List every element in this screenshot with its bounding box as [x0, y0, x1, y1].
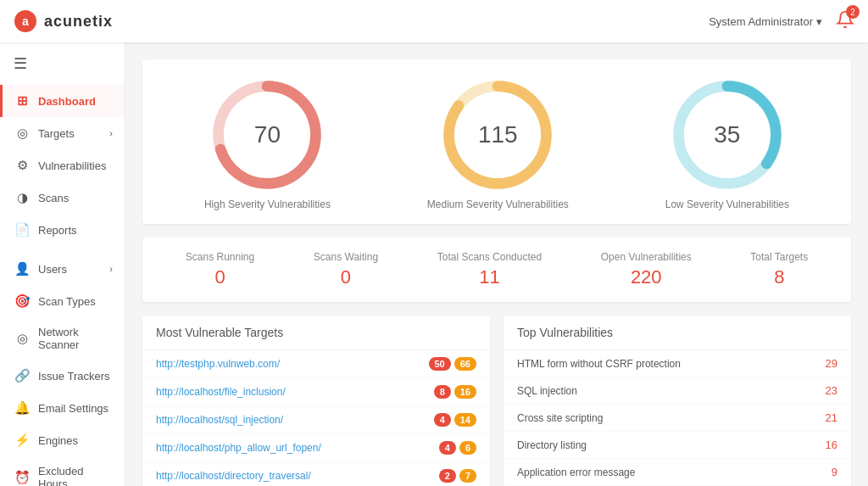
high-donut-value: 70 [254, 121, 281, 148]
sidebar-item-scan-types[interactable]: 🎯 Scan Types [0, 285, 125, 317]
dashboard-icon: ⊞ [14, 93, 30, 109]
high-badge: 4 [434, 413, 451, 427]
low-donut-value: 35 [714, 121, 740, 148]
high-chart-label: High Severity Vulnerabilities [204, 198, 331, 210]
admin-menu[interactable]: System Administrator ▾ [709, 15, 822, 28]
top-vuln-row-3[interactable]: Cross site scripting 21 [504, 405, 851, 432]
target-url: http://localhost/file_inclusion/ [156, 386, 434, 398]
sidebar-item-users[interactable]: 👤 Users › [0, 253, 125, 285]
top-vuln-row-2[interactable]: SQL injection 23 [504, 377, 851, 405]
low-donut: 35 [672, 80, 782, 190]
target-row-2[interactable]: http://localhost/file_inclusion/ 8 16 [142, 378, 490, 406]
target-url: http://localhost/php_allow_url_fopen/ [156, 442, 439, 454]
badge-group: 2 7 [439, 469, 476, 483]
sidebar-item-email-settings[interactable]: 🔔 Email Settings [0, 392, 125, 424]
top-vuln-row-5[interactable]: Application error message 9 [504, 459, 851, 486]
issue-trackers-icon: 🔗 [14, 368, 30, 383]
top-vuln-row-4[interactable]: Directory listing 16 [504, 432, 851, 459]
excluded-hours-icon: ⏰ [14, 470, 30, 485]
sidebar-item-scans[interactable]: ◑ Scans [0, 182, 125, 214]
top-vulnerabilities-panel: Top Vulnerabilities HTML form without CS… [504, 316, 851, 486]
medium-badge: 6 [459, 441, 476, 455]
low-chart-label: Low Severity Vulnerabilities [665, 198, 789, 210]
badge-group: 4 6 [439, 441, 476, 455]
charts-row: 70 High Severity Vulnerabilities 115 Med… [142, 59, 851, 224]
stat-scans-running: Scans Running 0 [186, 251, 254, 288]
high-severity-chart: 70 High Severity Vulnerabilities [204, 80, 331, 210]
users-icon: 👤 [14, 261, 30, 277]
medium-severity-chart: 115 Medium Severity Vulnerabilities [427, 80, 569, 210]
email-settings-icon: 🔔 [14, 400, 30, 416]
stat-scans-waiting: Scans Waiting 0 [314, 251, 378, 288]
top-vuln-header: Top Vulnerabilities [504, 316, 851, 350]
sidebar-item-label: Issue Trackers [38, 370, 110, 383]
bottom-panels: Most Vulnerable Targets http://testphp.v… [142, 316, 851, 486]
vuln-name: Cross site scripting [517, 412, 826, 424]
target-row-3[interactable]: http://localhost/sql_injection/ 4 14 [142, 406, 490, 434]
medium-badge: 7 [459, 469, 476, 483]
sidebar-item-reports[interactable]: 📄 Reports [0, 214, 125, 246]
sidebar-item-targets[interactable]: ◎ Targets › [0, 117, 125, 149]
sidebar-item-label: Excluded Hours [38, 465, 113, 486]
admin-name: System Administrator [709, 15, 813, 28]
chevron-right-icon: › [109, 264, 113, 274]
low-severity-chart: 35 Low Severity Vulnerabilities [665, 80, 789, 210]
network-scanner-icon: ◎ [14, 331, 30, 346]
high-badge: 4 [439, 441, 456, 455]
vuln-name: HTML form without CSRF protection [517, 358, 826, 370]
sidebar-item-label: Scans [38, 192, 69, 204]
sidebar-item-excluded-hours[interactable]: ⏰ Excluded Hours [0, 456, 125, 486]
scan-types-icon: 🎯 [14, 293, 30, 309]
medium-badge: 66 [454, 357, 476, 371]
vuln-count: 23 [826, 384, 837, 397]
sidebar-item-issue-trackers[interactable]: 🔗 Issue Trackers [0, 360, 125, 392]
vulnerabilities-icon: ⚙ [14, 158, 30, 173]
stat-open-vulnerabilities: Open Vulnerabilities 220 [601, 251, 692, 288]
chevron-right-icon: › [109, 128, 113, 138]
medium-badge: 16 [454, 385, 476, 399]
logo: a acunetix [14, 9, 113, 33]
sidebar-item-network-scanner[interactable]: ◎ Network Scanner [0, 317, 125, 360]
vuln-name: SQL injection [517, 385, 826, 397]
sidebar-item-label: Reports [38, 224, 77, 237]
vuln-count: 16 [826, 439, 837, 451]
sidebar-item-engines[interactable]: ⚡ Engines [0, 424, 125, 456]
sidebar-item-label: Targets [38, 127, 75, 140]
topbar-right: System Administrator ▾ 2 [709, 10, 854, 32]
medium-badge: 14 [454, 413, 476, 427]
admin-chevron-icon: ▾ [816, 15, 822, 28]
sidebar-item-dashboard[interactable]: ⊞ Dashboard [0, 85, 125, 117]
target-url: http://testphp.vulnweb.com/ [156, 358, 429, 370]
target-row-4[interactable]: http://localhost/php_allow_url_fopen/ 4 … [142, 434, 490, 462]
badge-group: 4 14 [434, 413, 476, 427]
notification-badge: 2 [846, 5, 860, 19]
stat-value: 0 [186, 266, 254, 288]
most-vulnerable-panel: Most Vulnerable Targets http://testphp.v… [142, 316, 490, 486]
stats-row: Scans Running 0 Scans Waiting 0 Total Sc… [142, 237, 851, 302]
vuln-count: 21 [826, 411, 837, 424]
stat-value: 8 [750, 266, 808, 288]
high-donut: 70 [212, 80, 322, 190]
target-row-5[interactable]: http://localhost/directory_traversal/ 2 … [142, 462, 490, 486]
top-vuln-row-1[interactable]: HTML form without CSRF protection 29 [504, 350, 851, 377]
sidebar-item-label: Vulnerabilities [38, 159, 106, 172]
notification-button[interactable]: 2 [836, 10, 854, 32]
stat-label: Total Targets [750, 251, 808, 263]
vuln-count: 9 [832, 466, 837, 478]
vuln-count: 29 [826, 357, 837, 370]
stat-total-scans: Total Scans Conducted 11 [437, 251, 542, 288]
medium-donut-value: 115 [478, 121, 518, 148]
main-layout: ☰ ⊞ Dashboard ◎ Targets › ⚙ Vulnerabilit… [0, 42, 868, 486]
sidebar-item-vulnerabilities[interactable]: ⚙ Vulnerabilities [0, 149, 125, 182]
target-url: http://localhost/directory_traversal/ [156, 470, 439, 482]
stat-label: Scans Running [186, 251, 254, 263]
stat-label: Open Vulnerabilities [601, 251, 692, 263]
hamburger-button[interactable]: ☰ [0, 42, 125, 85]
target-url: http://localhost/sql_injection/ [156, 414, 434, 426]
sidebar-item-label: Scan Types [38, 295, 96, 308]
svg-text:a: a [22, 14, 29, 28]
engines-icon: ⚡ [14, 433, 30, 448]
most-vulnerable-header: Most Vulnerable Targets [142, 316, 490, 350]
target-row-1[interactable]: http://testphp.vulnweb.com/ 50 66 [142, 350, 490, 378]
badge-group: 8 16 [434, 385, 476, 399]
